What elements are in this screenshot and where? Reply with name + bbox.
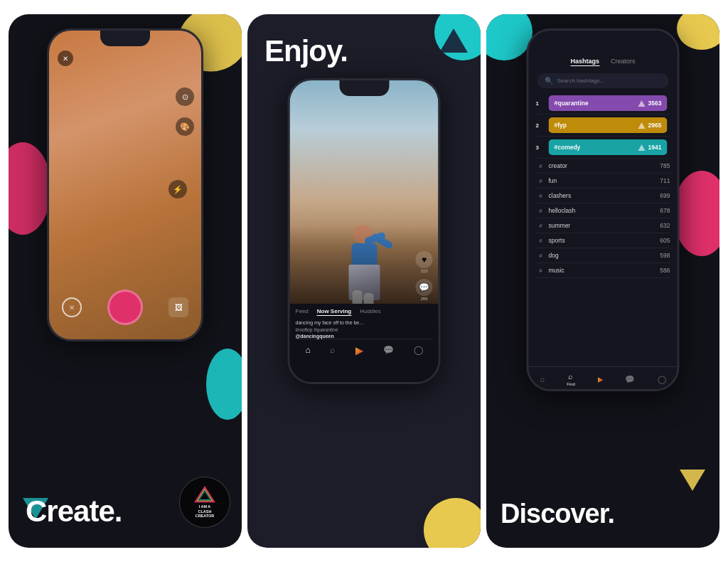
enjoy-phone-screen: ♥ 115 💬 286 ••• ▶ [290,80,439,382]
create-big-label: Create. [26,497,122,526]
discover-search-placeholder: Search hashtags... [557,78,605,84]
sticker-btn[interactable]: 🖼 [168,297,188,317]
phone-notch [100,31,150,46]
discover-search-bar[interactable]: 🔍 Search hashtags... [537,73,669,88]
hash-symbol-3: # [536,193,546,199]
profile-nav-icon[interactable]: ◯ [414,345,423,355]
hash-symbol-5: # [536,223,546,229]
play-icon-d: ▶ [597,375,603,384]
record-btn[interactable] [107,290,143,325]
create-label: Create. [26,497,122,526]
lightning-icon[interactable]: ⚡ [168,180,187,198]
chat-icon-d: 💬 [625,375,635,384]
discover-chat-nav[interactable]: 💬 [625,375,635,384]
rank-3: 3 [536,144,546,151]
hashtag-triangle-3 [638,144,646,151]
plain-name-8: music [549,267,660,274]
discover-label: Discover. [500,499,614,529]
play-nav-icon[interactable]: ▶ [355,344,363,357]
chat-nav-icon[interactable]: 💬 [383,345,394,355]
panel-enjoy: Enjoy. [247,14,481,548]
enjoy-notch [339,80,389,96]
hash-symbol-8: # [536,267,546,274]
phone-create-screen: ✕ ⊙ ⚡ 🎨 ✕ 🖼 [49,31,201,339]
sticker-cam-icon[interactable]: 🎨 [176,117,194,136]
hashtag-plain-5[interactable]: # summer 632 [536,218,670,233]
discover-home-nav[interactable]: ⌂ [540,375,545,383]
feed-tab[interactable]: Feed [296,308,309,316]
hashtag-plain-1[interactable]: # creator 785 [536,159,670,174]
comment-count: 286 [420,297,427,301]
profile-icon-d: ◯ [658,375,666,384]
plain-count-3: 699 [660,192,670,199]
plain-count-1: 785 [660,162,670,169]
camera-bottom-ui: ✕ 🖼 [49,290,201,325]
flip-camera-icon[interactable]: ⊙ [176,88,194,106]
hash-symbol-6: # [536,238,546,244]
discover-screen: Hashtags Creators 🔍 Search hashtags... 1 [529,31,678,389]
plain-count-2: 711 [660,177,670,184]
hash-symbol-1: # [536,163,546,169]
clash-badge-inner: I AM ACLASHCREATOR [179,477,230,528]
blob-pink [9,142,51,235]
hashtag-plain-8[interactable]: # music 586 [536,263,670,278]
comment-action[interactable]: 💬 286 [416,279,433,301]
hash-symbol-2: # [536,178,546,184]
plain-name-3: clashers [549,192,660,199]
hashtag-bar-3: #comedy 1941 [549,139,668,155]
enjoy-big-label: Enjoy. [264,34,348,68]
plain-count-7: 598 [660,252,670,259]
hash-symbol-7: # [536,253,546,259]
creators-tab[interactable]: Creators [611,58,636,66]
phone-enjoy: ♥ 115 💬 286 ••• ▶ [288,78,441,384]
discover-tab-row: Hashtags Creators [529,51,678,70]
like-count: 115 [420,269,427,273]
like-action[interactable]: ♥ 115 [416,251,433,273]
camera-side-icons: ⊙ ⚡ 🎨 [176,88,194,136]
plain-name-2: fun [549,177,660,184]
search-nav-icon[interactable]: ⌕ [330,345,335,355]
panel-discover: Hashtags Creators 🔍 Search hashtags... 1 [486,14,719,548]
plain-name-7: dog [549,252,660,259]
hashtag-plain-2[interactable]: # fun 711 [536,174,670,189]
video-username[interactable]: @dancingqueen [296,334,433,339]
hashtags-tab[interactable]: Hashtags [570,58,599,66]
hashtag-list: 1 #quarantine 3563 2 #fyp [529,92,678,366]
plain-count-4: 678 [660,207,670,214]
discover-triangle [680,470,705,491]
close-btn[interactable]: ✕ [58,51,73,66]
discover-find-nav[interactable]: ⌕ Find [567,372,575,386]
discover-big-label: Discover. [500,499,614,529]
plain-count-8: 586 [660,267,670,274]
hashtag-plain-3[interactable]: # clashers 699 [536,189,670,203]
enjoy-header: Enjoy. [264,34,348,68]
main-container: ✕ ⊙ ⚡ 🎨 ✕ 🖼 Create. [0,0,728,562]
discover-blob-pink [673,171,719,256]
enjoy-nav-tabs: Feed Now Serving Huddles [296,308,433,316]
now-serving-tab[interactable]: Now Serving [317,308,351,316]
enjoy-blob-yellow [424,498,481,548]
discover-blob-teal [486,14,532,60]
find-icon-d: ⌕ [568,372,573,381]
hashtag-item-1[interactable]: 1 #quarantine 3563 [536,92,670,115]
rank-1: 1 [536,100,546,107]
discover-play-nav[interactable]: ▶ [597,375,603,384]
hashtag-item-2[interactable]: 2 #fyp 2965 [536,115,670,137]
hashtag-plain-4[interactable]: # helloclash 678 [536,203,670,218]
hashtag-name-2: #fyp [555,122,636,129]
comment-icon: 💬 [416,279,433,296]
hashtag-plain-6[interactable]: # sports 605 [536,233,670,248]
discover-profile-nav[interactable]: ◯ [658,375,666,384]
home-nav-icon[interactable]: ⌂ [305,345,310,355]
hashtag-count-2: 2965 [648,122,662,129]
hashtag-item-3[interactable]: 3 #comedy 1941 [536,137,670,159]
cancel-camera-btn[interactable]: ✕ [62,297,82,317]
huddles-tab[interactable]: Huddles [360,308,380,316]
panel-create: ✕ ⊙ ⚡ 🎨 ✕ 🖼 Create. [9,14,242,548]
hashtag-count-3: 1941 [648,144,662,151]
video-hashtags: #rooftop #quarantine [296,327,433,332]
hashtag-plain-7[interactable]: # dog 598 [536,248,670,263]
discover-notch [578,31,628,46]
phone-create: ✕ ⊙ ⚡ 🎨 ✕ 🖼 [47,28,203,341]
video-caption: dancing my face off to the be... [296,320,433,325]
